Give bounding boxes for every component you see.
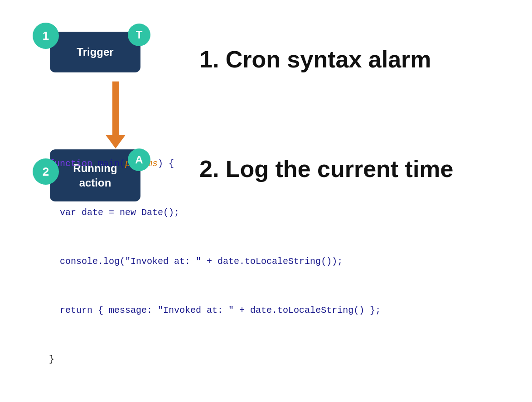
code-indent3 [49,305,60,316]
code-line-5: } [27,335,505,384]
step1-label: 1. Cron syntax alarm [199,45,505,73]
code-return-text: { message: "Invoked at: " + date.toLocal… [92,305,381,316]
code-console: console.log("Invoked at: " + date.toLoca… [60,256,343,267]
trigger-node-group: 1 T Trigger [45,32,145,86]
action-type-badge: A [128,148,150,171]
action-number-badge: 2 [33,158,59,185]
code-line-2: var date = new Date(); [27,188,505,237]
code-line-3: console.log("Invoked at: " + date.toLoca… [27,237,505,286]
trigger-number-badge: 1 [33,23,59,49]
code-indent [49,207,60,218]
code-line-4: return { message: "Invoked at: " + date.… [27,286,505,335]
arrow-container [86,86,145,136]
code-text-2: ) { [158,158,174,169]
trigger-type-badge: T [128,24,150,46]
code-block: function main(params) { var date = new D… [27,139,505,384]
keyword-var: var [60,207,76,218]
trigger-box: Trigger [50,32,140,72]
arrow-line [112,81,119,136]
code-date-text: date = new Date(); [76,207,179,218]
code-line-1: function main(params) { [27,139,505,188]
code-indent2 [49,256,60,267]
code-text: main( [92,158,125,169]
code-brace: } [49,354,54,364]
keyword-return: return [60,305,92,316]
